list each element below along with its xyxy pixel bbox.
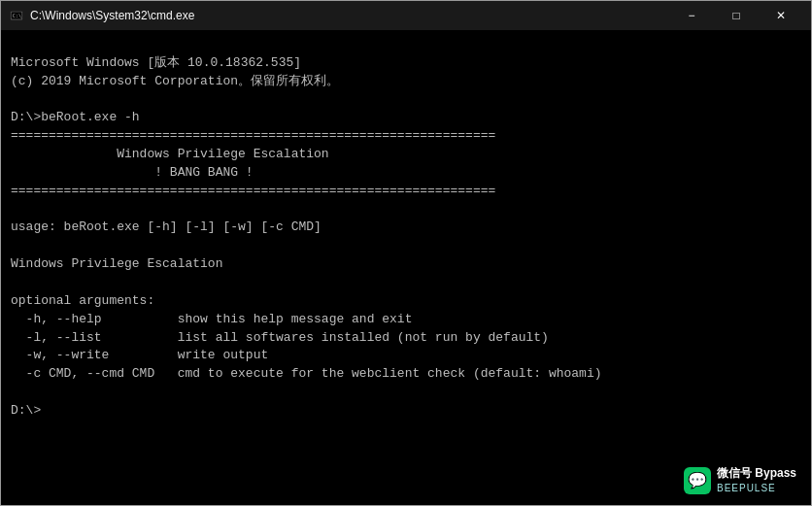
terminal-opt1: -h, --help show this help message and ex…: [11, 312, 412, 326]
close-button[interactable]: ✕: [759, 1, 803, 30]
terminal-opt4: -c CMD, --cmd CMD cmd to execute for the…: [11, 366, 602, 381]
watermark-line1: 微信号 Bypass: [717, 466, 796, 482]
watermark: 💬 微信号 Bypass BEEPULSE: [676, 462, 804, 498]
window-title: C:\Windows\System32\cmd.exe: [30, 9, 669, 22]
banner-title: Windows Privilege Escalation: [11, 147, 329, 161]
terminal-line-1: Microsoft Windows [版本 10.0.18362.535]: [11, 55, 301, 70]
window-controls: − □ ✕: [669, 1, 803, 30]
terminal-line-2: (c) 2019 Microsoft Corporation。保留所有权利。: [11, 74, 339, 88]
terminal-usage: usage: beRoot.exe [-h] [-l] [-w] [-c CMD…: [11, 219, 321, 234]
watermark-text: 微信号 Bypass BEEPULSE: [717, 466, 796, 494]
terminal-prompt: D:\>: [11, 403, 41, 418]
terminal-output[interactable]: Microsoft Windows [版本 10.0.18362.535] (c…: [1, 30, 811, 505]
terminal-desc: Windows Privilege Escalation: [11, 256, 222, 271]
banner-bottom: ========================================…: [11, 184, 495, 198]
minimize-button[interactable]: −: [669, 1, 714, 30]
titlebar: C:\ C:\Windows\System32\cmd.exe − □ ✕: [1, 1, 811, 30]
terminal-opt3: -w, --write write output: [11, 348, 268, 362]
svg-text:C:\: C:\: [13, 13, 21, 18]
watermark-icon: 💬: [684, 467, 711, 494]
maximize-button[interactable]: □: [714, 1, 759, 30]
terminal-opt-header: optional arguments:: [11, 293, 154, 308]
watermark-line2: BEEPULSE: [717, 482, 796, 494]
banner-top: ========================================…: [11, 128, 495, 143]
cmd-window: C:\ C:\Windows\System32\cmd.exe − □ ✕ Mi…: [0, 0, 812, 506]
terminal-line-4: D:\>beRoot.exe -h: [11, 110, 140, 124]
window-icon: C:\: [9, 8, 24, 23]
terminal-opt2: -l, --list list all softwares installed …: [11, 330, 549, 345]
banner-subtitle: ! BANG BANG !: [11, 165, 254, 180]
